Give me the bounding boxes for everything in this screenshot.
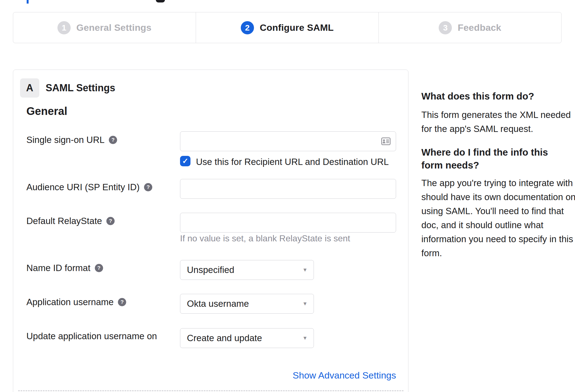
sidebar-heading-what: What does this form do? (421, 90, 575, 103)
chevron-down-icon: ▼ (302, 301, 308, 307)
cropped-header-artifact-dark (156, 0, 165, 2)
app-username-help-icon[interactable]: ? (118, 298, 126, 306)
relay-state-label: Default RelayState (26, 216, 102, 226)
step-2-configure-saml[interactable]: 2 Configure SAML (196, 12, 378, 43)
step-2-label: Configure SAML (260, 22, 334, 33)
general-section-heading: General (26, 105, 67, 117)
relay-state-input[interactable] (180, 213, 396, 233)
update-username-label-row: Update application username on (26, 331, 157, 341)
step-1-label: General Settings (76, 22, 151, 33)
relay-state-label-row: Default RelayState ? (26, 216, 115, 226)
name-id-format-select[interactable]: Unspecified ▼ (180, 260, 314, 280)
sidebar-heading-where: Where do I find the info this form needs… (421, 146, 559, 172)
contact-card-icon[interactable] (381, 137, 391, 145)
panel-title: SAML Settings (46, 78, 115, 98)
saml-settings-panel: A SAML Settings General Single sign-on U… (13, 70, 408, 392)
wizard-stepper: 1 General Settings 2 Configure SAML 3 Fe… (13, 12, 562, 43)
name-id-format-label-row: Name ID format ? (26, 263, 103, 273)
app-username-label: Application username (26, 297, 114, 307)
recipient-url-checkbox[interactable]: ✓ (180, 156, 190, 166)
relay-state-help-icon[interactable]: ? (106, 217, 115, 225)
update-username-label: Update application username on (26, 331, 157, 341)
sso-url-label-row: Single sign-on URL ? (26, 135, 117, 145)
configure-saml-page: 1 General Settings 2 Configure SAML 3 Fe… (0, 0, 575, 392)
sso-url-input[interactable] (180, 131, 396, 151)
audience-uri-help-icon[interactable]: ? (144, 183, 152, 191)
show-advanced-settings-link[interactable]: Show Advanced Settings (180, 370, 396, 381)
app-username-label-row: Application username ? (26, 297, 126, 307)
cropped-header-artifact-blue (27, 0, 29, 4)
name-id-format-value: Unspecified (187, 265, 234, 275)
audience-uri-label-row: Audience URI (SP Entity ID) ? (26, 182, 152, 192)
audience-uri-label: Audience URI (SP Entity ID) (26, 182, 140, 192)
app-username-select[interactable]: Okta username ▼ (180, 294, 314, 314)
name-id-format-help-icon[interactable]: ? (95, 264, 103, 272)
checkmark-icon: ✓ (182, 157, 189, 165)
name-id-format-label: Name ID format (26, 263, 90, 273)
sidebar-paragraph-where: The app you're trying to integrate with … (421, 176, 575, 260)
section-divider-dashed (18, 390, 403, 391)
app-username-value: Okta username (187, 299, 249, 309)
step-3-label: Feedback (458, 22, 501, 33)
relay-state-hint: If no value is set, a blank RelayState i… (180, 233, 350, 244)
step-1-number-badge: 1 (57, 21, 71, 34)
sidebar-paragraph-what: This form generates the XML needed for t… (421, 108, 571, 136)
section-a-badge: A (20, 78, 39, 98)
update-username-value: Create and update (187, 333, 262, 343)
audience-uri-input[interactable] (180, 179, 396, 199)
chevron-down-icon: ▼ (302, 267, 308, 273)
sso-url-label: Single sign-on URL (26, 135, 104, 145)
step-2-number-badge: 2 (241, 21, 254, 34)
step-3-feedback[interactable]: 3 Feedback (378, 12, 561, 43)
recipient-url-checkbox-label: Use this for Recipient URL and Destinati… (196, 157, 389, 167)
sso-url-help-icon[interactable]: ? (109, 136, 117, 144)
chevron-down-icon: ▼ (302, 335, 308, 341)
step-1-general-settings[interactable]: 1 General Settings (13, 12, 196, 43)
step-3-number-badge: 3 (439, 21, 452, 34)
update-username-select[interactable]: Create and update ▼ (180, 328, 314, 348)
